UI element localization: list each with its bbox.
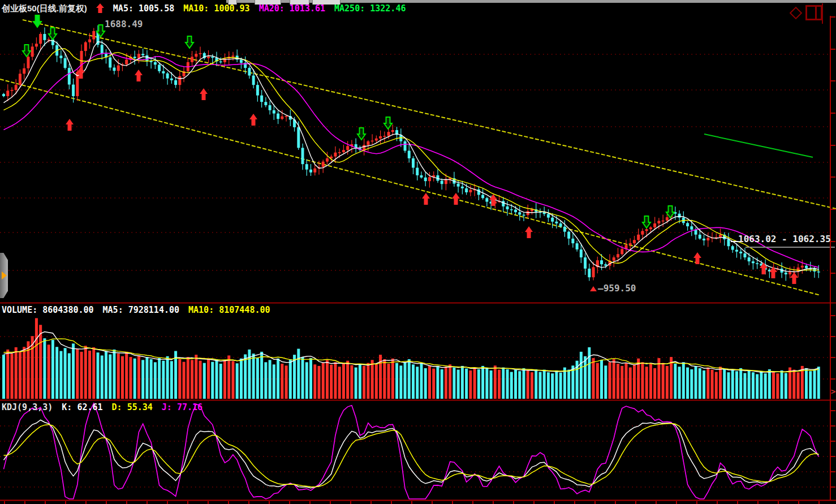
kdj-j-value: J: 77.16 bbox=[162, 402, 202, 412]
volume-panel-header: VOLUME: 8604380.00 MA5: 7928114.00 MA10:… bbox=[2, 305, 270, 315]
chart-canvas[interactable] bbox=[0, 0, 836, 504]
expand-arrow-icon bbox=[2, 272, 7, 279]
range-label: 1063.02 - 1062.35 bbox=[738, 234, 831, 244]
low-price-label: —959.50 bbox=[590, 283, 636, 294]
kdj-d-value: D: 55.34 bbox=[112, 402, 153, 412]
volume-value: VOLUME: 8604380.00 bbox=[2, 305, 94, 315]
scrollbar-thumb[interactable] bbox=[312, 0, 341, 5]
instrument-title: 创业板50(日线.前复权) bbox=[2, 3, 87, 14]
stock-chart-app: 创业板50(日线.前复权) MA5: 1005.58 MA10: 1000.93… bbox=[0, 0, 836, 504]
ma10-value: MA10: 1000.93 bbox=[183, 3, 249, 14]
window-divider-line bbox=[822, 3, 823, 24]
sidebar-expand-handle[interactable] bbox=[0, 253, 8, 298]
main-chart-header: 创业板50(日线.前复权) MA5: 1005.58 MA10: 1000.93… bbox=[2, 3, 406, 14]
scrollbar-thumb[interactable] bbox=[255, 0, 281, 5]
scrollbar-thumb[interactable] bbox=[228, 0, 237, 5]
volume-ma5-value: MA5: 7928114.00 bbox=[103, 305, 179, 315]
high-price-label: 1688.49 bbox=[105, 19, 143, 29]
kdj-name: KDJ(9,3,3) bbox=[2, 402, 53, 412]
buy-signal-icon bbox=[96, 3, 104, 14]
ma250-value: MA250: 1322.46 bbox=[334, 3, 406, 14]
top-scrollbar[interactable] bbox=[226, 0, 836, 3]
low-marker-icon bbox=[590, 286, 597, 291]
kdj-panel-header: KDJ(9,3,3) K: 62.61 D: 55.34 J: 77.16 bbox=[2, 402, 202, 412]
ma20-value: MA20: 1013.61 bbox=[259, 3, 325, 14]
kdj-k-value: K: 62.61 bbox=[62, 402, 102, 412]
volume-ma10-value: MA10: 8107448.00 bbox=[188, 305, 270, 315]
split-window-icon[interactable] bbox=[805, 5, 822, 20]
panel-more-icon[interactable]: > bbox=[831, 387, 835, 396]
scrollbar-thumb[interactable] bbox=[290, 0, 309, 5]
ma5-value: MA5: 1005.58 bbox=[113, 3, 174, 14]
